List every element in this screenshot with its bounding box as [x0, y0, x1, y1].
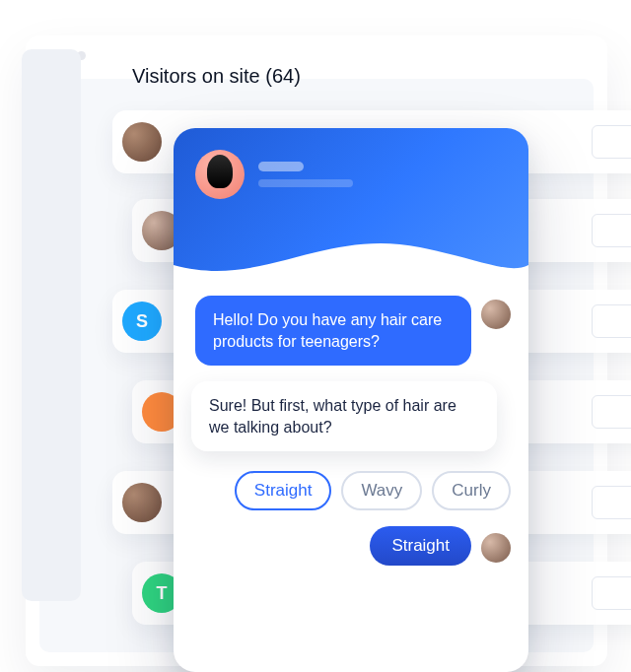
agent-message-bubble: Sure! But first, what type of hair are w… — [191, 381, 497, 451]
option-straight-button[interactable]: Straight — [235, 471, 332, 510]
agent-name-placeholder — [258, 162, 353, 187]
window-controls — [26, 35, 607, 70]
avatar-initial: S — [122, 302, 162, 341]
message-row-agent: Sure! But first, what type of hair are w… — [191, 381, 511, 451]
row-action-placeholder[interactable] — [592, 214, 631, 247]
row-action-placeholder[interactable] — [592, 576, 631, 610]
quick-reply-options: Straight Wavy Curly — [191, 471, 511, 510]
row-action-placeholder[interactable] — [592, 125, 631, 159]
message-row-visitor: Hello! Do you have any hair care product… — [191, 296, 511, 366]
visitor-avatar — [481, 533, 511, 563]
selected-reply-pill: Straight — [370, 526, 471, 566]
avatar — [122, 122, 162, 162]
page-title: Visitors on site (64) — [132, 65, 301, 88]
row-action-placeholder[interactable] — [592, 304, 631, 338]
sidebar-placeholder — [22, 49, 81, 601]
row-action-placeholder[interactable] — [592, 395, 631, 429]
chat-body: Hello! Do you have any hair care product… — [174, 278, 528, 672]
option-wavy-button[interactable]: Wavy — [341, 471, 422, 510]
option-curly-button[interactable]: Curly — [432, 471, 511, 510]
avatar — [122, 483, 162, 522]
chat-widget: Hello! Do you have any hair care product… — [174, 128, 528, 672]
selected-reply-row: Straight — [191, 526, 511, 566]
row-action-placeholder[interactable] — [592, 486, 631, 519]
chat-agent-info — [195, 150, 507, 199]
visitor-message-bubble: Hello! Do you have any hair care product… — [195, 296, 471, 366]
chat-header — [174, 128, 528, 284]
visitor-avatar — [481, 300, 511, 329]
agent-avatar — [195, 150, 245, 199]
